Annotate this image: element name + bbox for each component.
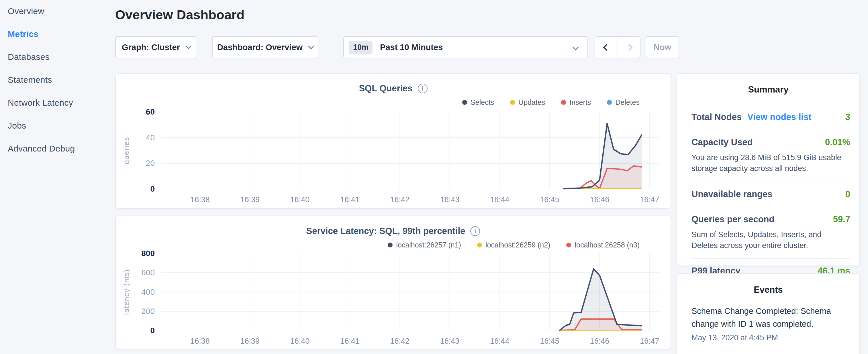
svg-text:16:38: 16:38 bbox=[190, 337, 210, 345]
time-step-buttons bbox=[595, 36, 641, 58]
events-panel: Events Schema Change Completed: Schema c… bbox=[677, 273, 860, 354]
info-icon[interactable] bbox=[470, 226, 480, 236]
legend-label: Selects bbox=[470, 98, 494, 106]
legend-dot-icon bbox=[607, 100, 612, 105]
svg-text:16:45: 16:45 bbox=[540, 195, 559, 204]
sidebar-item-network-latency[interactable]: Network Latency bbox=[8, 98, 73, 108]
time-range-label: Past 10 Minutes bbox=[380, 43, 443, 52]
chevron-down-icon bbox=[185, 43, 191, 49]
info-icon[interactable] bbox=[418, 84, 428, 93]
legend-dot-icon bbox=[388, 243, 393, 248]
svg-text:16:42: 16:42 bbox=[390, 337, 409, 345]
summary-row-capacity-used: Capacity Used 0.01% You are using 28.6 M… bbox=[691, 130, 850, 182]
sql-queries-chart-card: SQL Queries SelectsUpdatesInsertsDeletes… bbox=[115, 73, 671, 208]
svg-text:16:41: 16:41 bbox=[340, 337, 360, 345]
svg-text:16:47: 16:47 bbox=[640, 337, 659, 345]
legend-item[interactable]: localhost:26258 (n3) bbox=[566, 241, 640, 249]
view-nodes-list-link[interactable]: View nodes list bbox=[747, 112, 811, 122]
svg-text:16:43: 16:43 bbox=[440, 337, 460, 345]
dashboard-dropdown[interactable]: Dashboard: Overview bbox=[212, 36, 318, 58]
sidebar-item-databases[interactable]: Databases bbox=[8, 52, 50, 62]
sql-queries-plot[interactable]: 16:3816:3916:4016:4116:4216:4316:4416:45… bbox=[116, 74, 671, 210]
chart-legend: SelectsUpdatesInsertsDeletes bbox=[462, 98, 640, 106]
time-back-button[interactable] bbox=[595, 37, 618, 58]
summary-description: You are using 28.6 MiB of 515.9 GiB usab… bbox=[691, 152, 850, 174]
legend-label: Inserts bbox=[569, 98, 591, 106]
chevron-right-icon bbox=[626, 44, 632, 51]
svg-text:16:41: 16:41 bbox=[340, 195, 360, 204]
event-timestamp: May 13, 2020 at 4:45 PM bbox=[691, 333, 848, 342]
svg-text:600: 600 bbox=[141, 268, 155, 277]
legend-dot-icon bbox=[561, 100, 566, 105]
page-title: Overview Dashboard bbox=[115, 7, 244, 22]
svg-text:queries: queries bbox=[122, 137, 131, 164]
svg-text:16:38: 16:38 bbox=[190, 195, 210, 204]
time-forward-button[interactable] bbox=[618, 37, 640, 58]
legend-label: Updates bbox=[518, 98, 545, 106]
sidebar-item-advanced-debug[interactable]: Advanced Debug bbox=[8, 144, 75, 154]
svg-text:16:45: 16:45 bbox=[540, 337, 559, 345]
summary-row-unavailable-ranges: Unavailable ranges 0 bbox=[691, 182, 850, 207]
summary-description: Sum of Selects, Updates, Inserts, and De… bbox=[691, 229, 850, 251]
summary-row-queries-per-second: Queries per second 59.7 Sum of Selects, … bbox=[691, 207, 850, 259]
graph-scope-label: Graph: Cluster bbox=[122, 43, 180, 52]
sidebar-item-metrics[interactable]: Metrics bbox=[8, 29, 38, 39]
svg-text:800: 800 bbox=[141, 249, 155, 258]
summary-label: Queries per second bbox=[691, 214, 774, 225]
chevron-left-icon bbox=[603, 44, 610, 51]
legend-item[interactable]: localhost:26257 (n1) bbox=[388, 241, 461, 249]
summary-row-total-nodes: Total Nodes View nodes list 3 bbox=[691, 105, 850, 130]
graph-scope-dropdown[interactable]: Graph: Cluster bbox=[115, 36, 197, 58]
svg-text:16:40: 16:40 bbox=[290, 337, 310, 345]
chart-title: SQL Queries bbox=[359, 83, 412, 94]
legend-dot-icon bbox=[462, 100, 467, 105]
sidebar: Overview Metrics Databases Statements Ne… bbox=[0, 0, 115, 354]
svg-text:latency (ms): latency (ms) bbox=[122, 269, 131, 315]
svg-text:60: 60 bbox=[146, 107, 155, 116]
legend-item[interactable]: Updates bbox=[510, 98, 545, 106]
legend-dot-icon bbox=[510, 100, 515, 105]
svg-text:16:39: 16:39 bbox=[241, 337, 260, 345]
svg-text:400: 400 bbox=[141, 288, 155, 296]
legend-item[interactable]: Deletes bbox=[607, 98, 640, 106]
sidebar-item-overview[interactable]: Overview bbox=[8, 6, 44, 16]
svg-text:16:46: 16:46 bbox=[590, 337, 610, 345]
event-list-item: Schema Change Completed: Schema change w… bbox=[691, 305, 848, 342]
now-button-label: Now bbox=[654, 43, 671, 52]
svg-text:16:47: 16:47 bbox=[640, 195, 659, 204]
svg-text:16:40: 16:40 bbox=[290, 195, 310, 204]
sidebar-item-statements[interactable]: Statements bbox=[8, 75, 52, 85]
svg-text:16:39: 16:39 bbox=[241, 195, 260, 204]
event-text: Schema Change Completed: Schema change w… bbox=[691, 305, 848, 330]
legend-item[interactable]: Selects bbox=[462, 98, 494, 106]
legend-label: localhost:26259 (n2) bbox=[486, 241, 551, 249]
chart-title: Service Latency: SQL, 99th percentile bbox=[306, 226, 465, 236]
now-button[interactable]: Now bbox=[646, 36, 679, 58]
svg-text:200: 200 bbox=[141, 307, 155, 316]
controls-divider bbox=[333, 37, 333, 57]
time-range-dropdown[interactable]: 10m Past 10 Minutes bbox=[343, 36, 588, 58]
svg-text:16:42: 16:42 bbox=[390, 195, 409, 204]
legend-item[interactable]: Inserts bbox=[561, 98, 591, 106]
svg-text:16:44: 16:44 bbox=[490, 195, 509, 204]
svg-text:16:43: 16:43 bbox=[440, 195, 460, 204]
events-title: Events bbox=[677, 274, 859, 295]
dashboard-label: Dashboard: Overview bbox=[217, 43, 303, 52]
sidebar-item-jobs[interactable]: Jobs bbox=[8, 121, 26, 131]
legend-label: Deletes bbox=[615, 98, 640, 106]
chevron-down-icon bbox=[572, 44, 579, 50]
legend-dot-icon bbox=[566, 243, 571, 248]
svg-text:16:44: 16:44 bbox=[490, 337, 509, 345]
svg-text:16:46: 16:46 bbox=[590, 195, 610, 204]
service-latency-plot[interactable]: 16:3816:3916:4016:4116:4216:4316:4416:45… bbox=[116, 216, 671, 351]
summary-value: 0.01% bbox=[825, 137, 850, 148]
chart-legend: localhost:26257 (n1)localhost:26259 (n2)… bbox=[388, 241, 640, 249]
svg-text:0: 0 bbox=[150, 185, 155, 193]
legend-label: localhost:26258 (n3) bbox=[575, 241, 640, 249]
summary-label: Capacity Used bbox=[691, 137, 753, 148]
legend-label: localhost:26257 (n1) bbox=[396, 241, 461, 249]
legend-item[interactable]: localhost:26259 (n2) bbox=[477, 241, 551, 249]
chevron-down-icon bbox=[308, 43, 314, 49]
summary-title: Summary bbox=[677, 74, 859, 95]
summary-label: Unavailable ranges bbox=[691, 189, 773, 199]
